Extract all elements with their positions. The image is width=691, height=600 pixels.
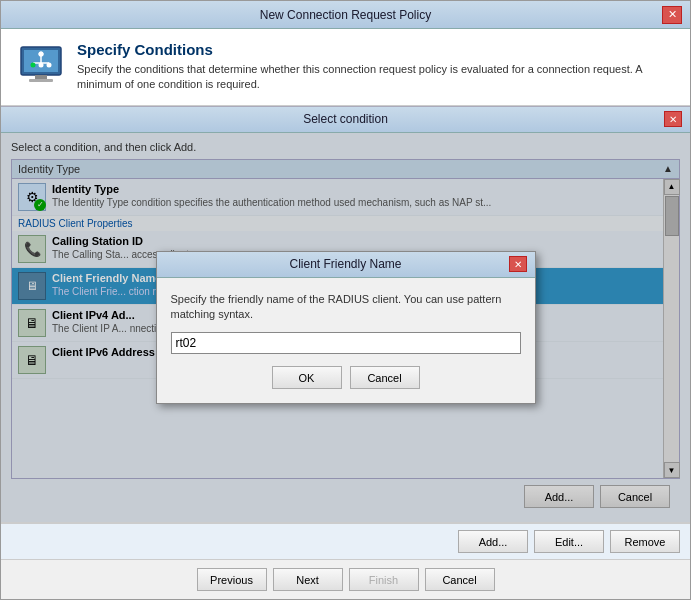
- bottom-edit-button[interactable]: Edit...: [534, 530, 604, 553]
- title-bar: New Connection Request Policy ✕: [1, 1, 690, 29]
- footer-cancel-button[interactable]: Cancel: [425, 568, 495, 591]
- bottom-area: Add... Edit... Remove: [1, 522, 690, 559]
- sub-content: Select a condition, and then click Add. …: [1, 133, 690, 522]
- main-window-close[interactable]: ✕: [662, 6, 682, 24]
- finish-button[interactable]: Finish: [349, 568, 419, 591]
- footer: Previous Next Finish Cancel: [1, 559, 690, 599]
- main-window-title: New Connection Request Policy: [29, 8, 662, 22]
- sub-window: Select condition ✕ Select a condition, a…: [1, 106, 690, 522]
- sub-title-bar: Select condition ✕: [1, 107, 690, 133]
- bottom-add-button[interactable]: Add...: [458, 530, 528, 553]
- next-button[interactable]: Next: [273, 568, 343, 591]
- header-title: Specify Conditions: [77, 41, 674, 58]
- svg-point-9: [39, 63, 44, 68]
- dialog-title: Client Friendly Name: [183, 257, 509, 271]
- svg-point-10: [39, 52, 44, 57]
- svg-point-8: [47, 63, 52, 68]
- header-content: Specify Conditions Specify the condition…: [77, 41, 674, 93]
- sub-window-title: Select condition: [27, 112, 664, 126]
- monitor-icon: [17, 41, 65, 89]
- dialog-description: Specify the friendly name of the RADIUS …: [171, 292, 521, 323]
- sub-window-close[interactable]: ✕: [664, 111, 682, 127]
- dialog-title-bar: Client Friendly Name ✕: [157, 252, 535, 278]
- dialog-buttons: OK Cancel: [171, 366, 521, 393]
- dialog-overlay: Client Friendly Name ✕ Specify the frien…: [1, 133, 690, 522]
- dialog-ok-button[interactable]: OK: [272, 366, 342, 389]
- previous-button[interactable]: Previous: [197, 568, 267, 591]
- header-description: Specify the conditions that determine wh…: [77, 62, 674, 93]
- dialog-input[interactable]: [171, 332, 521, 354]
- svg-point-7: [31, 63, 36, 68]
- dialog-close-button[interactable]: ✕: [509, 256, 527, 272]
- dialog-cancel-button[interactable]: Cancel: [350, 366, 420, 389]
- svg-rect-3: [29, 79, 53, 82]
- dialog-body: Specify the friendly name of the RADIUS …: [157, 278, 535, 404]
- bottom-remove-button[interactable]: Remove: [610, 530, 680, 553]
- main-window: New Connection Request Policy ✕ Spec: [0, 0, 691, 600]
- client-friendly-dialog: Client Friendly Name ✕ Specify the frien…: [156, 251, 536, 405]
- header-section: Specify Conditions Specify the condition…: [1, 29, 690, 106]
- header-icon: [17, 41, 65, 89]
